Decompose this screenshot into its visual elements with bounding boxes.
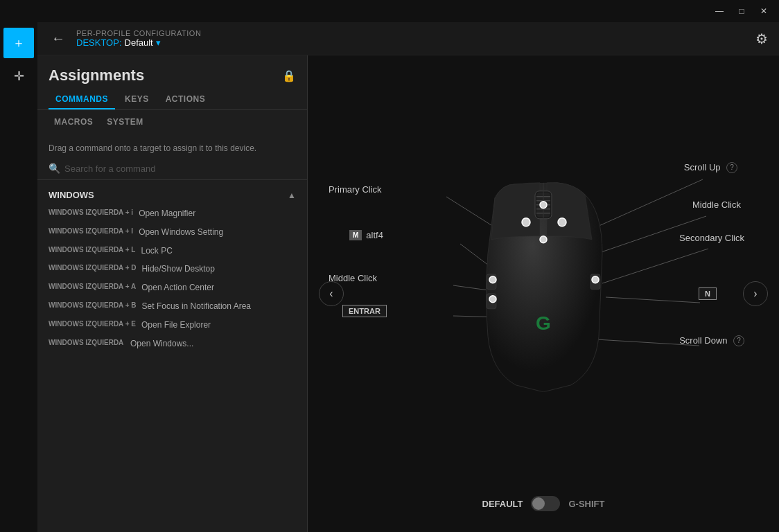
- command-label: Open File Explorer: [141, 319, 211, 331]
- tabs-row2: MACROS SYSTEM: [37, 110, 307, 134]
- n-badge: N: [699, 287, 717, 300]
- command-key: WINDOWS IZQUIERDA + L: [49, 245, 135, 255]
- list-item[interactable]: WINDOWS IZQUIERDA + B Set Focus in Notif…: [37, 297, 307, 316]
- scroll-up-help-icon[interactable]: ?: [726, 162, 737, 173]
- back-button[interactable]: ←: [49, 28, 68, 49]
- search-icon: 🔍: [49, 163, 60, 174]
- altf4-label: M altf4: [349, 230, 383, 240]
- titlebar: — □ ✕: [0, 0, 779, 22]
- header-title-group: PER-PROFILE CONFIGURATION DESKTOP: Defau…: [76, 29, 201, 48]
- command-label: Open Windows Setting: [139, 227, 223, 238]
- default-label: DEFAULT: [482, 499, 523, 509]
- tabs-row1: COMMANDS KEYS ACTIONS: [37, 90, 307, 110]
- entrar-badge: ENTRAR: [342, 305, 387, 317]
- sidebar-title: Assignments: [49, 66, 144, 85]
- windows-group-header[interactable]: Windows ▲: [37, 186, 307, 204]
- icon-bar: ＋ ✛: [0, 22, 37, 532]
- app-container: ＋ ✛ ← PER-PROFILE CONFIGURATION DESKTOP:…: [0, 22, 779, 532]
- list-item[interactable]: WINDOWS IZQUIERDA + L Lock PC: [37, 242, 307, 260]
- drag-hint: Drag a command onto a target to assign i…: [37, 134, 307, 160]
- close-button[interactable]: ✕: [754, 1, 773, 21]
- lock-icon: 🔒: [282, 69, 296, 82]
- command-key: WINDOWS IZQUIERDA + B: [49, 301, 137, 310]
- tab-commands[interactable]: COMMANDS: [49, 90, 115, 109]
- command-label: Hide/Show Desktop: [142, 263, 215, 275]
- list-item[interactable]: WINDOWS IZQUIERDA + E Open File Explorer: [37, 316, 307, 335]
- maximize-button[interactable]: □: [732, 1, 751, 21]
- m-badge: M: [349, 230, 362, 240]
- list-item[interactable]: WINDOWS IZQUIERDA + I Open Windows Setti…: [37, 223, 307, 242]
- profile-name-text: Default: [125, 37, 153, 48]
- command-label: Open Windows...: [130, 338, 193, 350]
- profile-selector[interactable]: DESKTOP: Default ▾: [76, 37, 201, 48]
- n-key-label: N: [699, 287, 717, 300]
- gear-button[interactable]: ⚙: [755, 30, 768, 47]
- toggle-knob: [532, 497, 545, 510]
- list-item[interactable]: WINDOWS IZQUIERDA + A Open Action Center: [37, 278, 307, 297]
- titlebar-controls: — □ ✕: [710, 1, 773, 21]
- svg-point-27: [540, 236, 547, 243]
- sidebar-header: Assignments 🔒: [37, 55, 307, 90]
- command-key: WINDOWS IZQUIERDA + I: [49, 227, 133, 236]
- gshift-label: G-SHIFT: [568, 499, 604, 509]
- command-list: Windows ▲ WINDOWS IZQUIERDA + i Open Mag…: [37, 180, 307, 532]
- svg-line-3: [602, 249, 708, 283]
- tab-macros[interactable]: MACROS: [49, 114, 98, 130]
- svg-line-7: [606, 297, 700, 303]
- per-profile-label: PER-PROFILE CONFIGURATION: [76, 29, 201, 37]
- tab-actions[interactable]: ACTIONS: [159, 90, 213, 109]
- middle-click-left-label: Middle Click: [329, 272, 377, 284]
- tab-system[interactable]: SYSTEM: [101, 114, 148, 130]
- command-key: WINDOWS IZQUIERDA + i: [49, 208, 133, 218]
- command-label: Open Magnifier: [139, 208, 195, 220]
- search-input[interactable]: [64, 163, 296, 174]
- svg-point-21: [522, 218, 530, 227]
- mouse-panel: ‹: [308, 55, 779, 532]
- svg-point-22: [558, 218, 566, 227]
- windows-group-chevron-icon: ▲: [288, 190, 296, 200]
- entrar-label: ENTRAR: [342, 304, 387, 317]
- command-label: Lock PC: [141, 245, 172, 257]
- svg-point-26: [592, 276, 599, 283]
- primary-click-label: Primary Click: [329, 183, 382, 195]
- svg-point-25: [489, 296, 496, 303]
- profile-chevron-icon: ▾: [156, 37, 161, 48]
- command-key: WINDOWS IZQUIERDA + A: [49, 282, 136, 292]
- list-item[interactable]: WINDOWS IZQUIERDA Open Windows...: [37, 335, 307, 353]
- middle-click-top-label: Middle Click: [692, 198, 741, 211]
- list-item[interactable]: WINDOWS IZQUIERDA + i Open Magnifier: [37, 204, 307, 223]
- header-left: ← PER-PROFILE CONFIGURATION DESKTOP: Def…: [49, 28, 201, 49]
- plus-icon-button[interactable]: ＋: [3, 28, 34, 58]
- nav-next-button[interactable]: ›: [743, 281, 768, 306]
- tab-keys[interactable]: KEYS: [118, 90, 156, 109]
- profile-prefix: DESKTOP:: [76, 37, 122, 48]
- svg-point-24: [489, 276, 496, 283]
- windows-group-label: Windows: [49, 190, 94, 200]
- search-row: 🔍: [37, 160, 307, 180]
- command-key: WINDOWS IZQUIERDA + D: [49, 263, 137, 273]
- main-area: ← PER-PROFILE CONFIGURATION DESKTOP: Def…: [37, 22, 779, 532]
- minimize-button[interactable]: —: [710, 1, 729, 21]
- default-gshift-toggle[interactable]: [531, 496, 560, 511]
- command-label: Open Action Center: [141, 282, 214, 294]
- scroll-down-label: Scroll Down ?: [679, 334, 744, 346]
- list-item[interactable]: WINDOWS IZQUIERDA + D Hide/Show Desktop: [37, 260, 307, 278]
- svg-point-23: [540, 202, 547, 209]
- command-key: WINDOWS IZQUIERDA + E: [49, 319, 136, 329]
- mouse-diagram-area: G: [308, 100, 779, 488]
- scroll-down-help-icon[interactable]: ?: [733, 335, 744, 346]
- content-row: Assignments 🔒 COMMANDS KEYS ACTIONS MACR…: [37, 55, 779, 532]
- command-key: WINDOWS IZQUIERDA: [49, 338, 125, 348]
- move-icon-button[interactable]: ✛: [3, 61, 34, 91]
- scroll-up-label: Scroll Up ?: [684, 161, 737, 173]
- command-label: Set Focus in Notification Area: [142, 301, 251, 312]
- toggle-row: DEFAULT G-SHIFT: [482, 496, 605, 511]
- secondary-click-label: Secondary Click: [679, 231, 744, 244]
- sidebar: Assignments 🔒 COMMANDS KEYS ACTIONS MACR…: [37, 55, 308, 532]
- app-header: ← PER-PROFILE CONFIGURATION DESKTOP: Def…: [37, 22, 779, 55]
- mouse-image: G: [474, 170, 613, 395]
- svg-text:G: G: [536, 312, 551, 334]
